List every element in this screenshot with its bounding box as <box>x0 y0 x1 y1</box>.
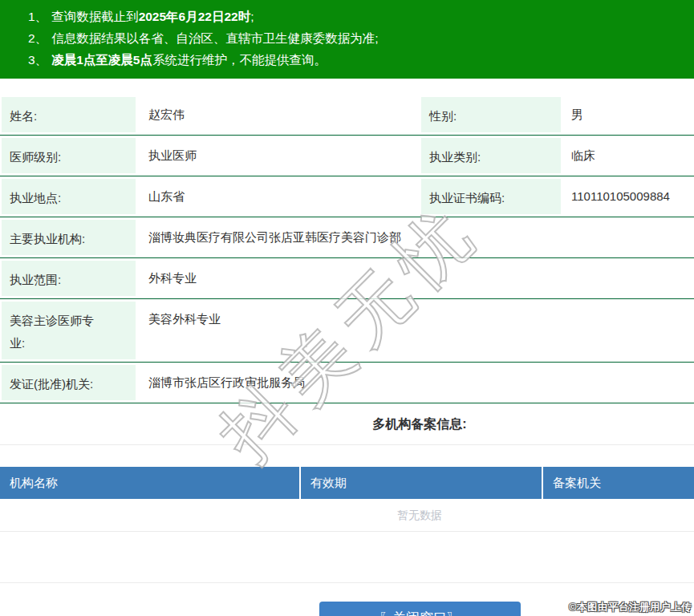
field-label-practice-category: 执业类别: <box>421 138 561 173</box>
field-value-certificate-number: 110110105009884 <box>561 176 694 217</box>
notice-number: 3、 <box>28 53 47 67</box>
notice-text: 查询数据截止到 <box>51 10 139 23</box>
field-label-gender: 性别: <box>421 97 561 132</box>
field-label-doctor-level: 医师级别: <box>2 138 136 173</box>
multi-org-table: 机构名称 有效期 备案机关 暂无数据 <box>0 467 694 532</box>
field-value-doctor-level: 执业医师 <box>136 136 421 176</box>
field-row-main-org: 主要执业机构: 淄博妆典医疗有限公司张店亚韩医疗美容门诊部 <box>0 217 694 258</box>
field-value-practice-location: 山东省 <box>136 176 421 217</box>
notice-number: 2、 <box>28 31 47 45</box>
practitioner-info-table: 姓名: 赵宏伟 性别: 男 医师级别: 执业医师 执业类别: 临床 执业地点: … <box>0 95 694 403</box>
field-label-issuing-authority: 发证(批准)机关: <box>2 365 136 400</box>
field-row-location-certno: 执业地点: 山东省 执业证书编码: 110110105009884 <box>0 176 694 217</box>
field-value-issuing-authority: 淄博市张店区行政审批服务局 <box>136 363 694 403</box>
notice-line-3: 3、凌晨1点至凌晨5点系统进行维护，不能提供查询。 <box>28 49 694 71</box>
field-label-practice-location: 执业地点: <box>2 179 136 214</box>
notice-text: ; <box>250 10 254 23</box>
field-value-cosmetic-specialty: 美容外科专业 <box>136 299 694 362</box>
field-label-name: 姓名: <box>2 97 136 132</box>
column-header-org-name: 机构名称 <box>0 467 299 499</box>
field-value-name: 赵宏伟 <box>136 95 421 135</box>
notice-text: 系统进行维护，不能提供查询。 <box>152 53 327 67</box>
field-label-cosmetic-specialty: 美容主诊医师专业: <box>2 302 136 359</box>
page-container: 1、查询数据截止到2025年6月22日22时; 2、信息数据结果以各省、自治区、… <box>0 0 694 616</box>
notice-text: 信息数据结果以各省、自治区、直辖市卫生健康委数据为准; <box>51 31 378 45</box>
notice-bold-text: 2025年6月22日22时 <box>139 10 251 23</box>
field-label-main-organization: 主要执业机构: <box>2 220 136 255</box>
spacer-divider <box>0 532 694 583</box>
field-row-level-category: 医师级别: 执业医师 执业类别: 临床 <box>0 136 694 176</box>
multi-org-table-header: 机构名称 有效期 备案机关 <box>0 467 694 499</box>
notice-line-2: 2、信息数据结果以各省、自治区、直辖市卫生健康委数据为准; <box>28 27 694 49</box>
field-value-main-organization: 淄博妆典医疗有限公司张店亚韩医疗美容门诊部 <box>136 217 694 257</box>
notice-bold-text: 凌晨1点至凌晨5点 <box>51 53 152 67</box>
field-label-practice-scope: 执业范围: <box>2 261 136 296</box>
column-header-validity: 有效期 <box>299 467 542 499</box>
close-window-button[interactable]: 〖关闭窗口〗 <box>319 602 521 616</box>
field-row-issuing-authority: 发证(批准)机关: 淄博市张店区行政审批服务局 <box>0 363 694 403</box>
notice-banner: 1、查询数据截止到2025年6月22日22时; 2、信息数据结果以各省、自治区、… <box>0 0 694 79</box>
field-value-gender: 男 <box>561 95 694 135</box>
field-row-scope: 执业范围: 外科专业 <box>0 258 694 299</box>
field-value-practice-scope: 外科专业 <box>136 258 694 298</box>
attribution-text: ©本图由平台注册用户上传 <box>569 601 692 614</box>
notice-line-1: 1、查询数据截止到2025年6月22日22时; <box>28 6 694 27</box>
multi-org-heading: 多机构备案信息: <box>0 403 694 445</box>
field-label-certificate-number: 执业证书编码: <box>421 179 561 214</box>
field-row-name-gender: 姓名: 赵宏伟 性别: 男 <box>0 95 694 136</box>
column-header-filing-authority: 备案机关 <box>542 467 694 499</box>
notice-number: 1、 <box>28 10 47 23</box>
empty-data-text: 暂无数据 <box>0 499 694 532</box>
field-row-cosmetic-specialty: 美容主诊医师专业: 美容外科专业 <box>0 299 694 363</box>
field-value-practice-category: 临床 <box>561 136 694 176</box>
